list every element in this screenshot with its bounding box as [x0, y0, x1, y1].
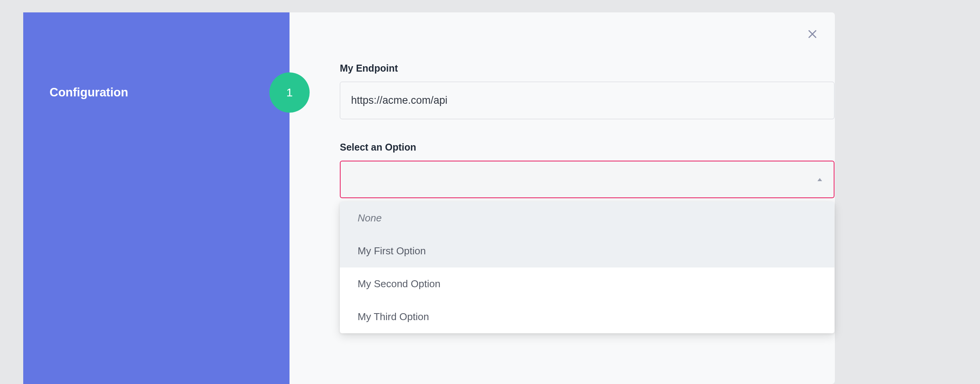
caret-up-icon — [817, 178, 823, 182]
config-modal: Configuration 1 My Endpoint Select an Op… — [23, 12, 835, 384]
svg-marker-2 — [817, 178, 822, 181]
option-group: Select an Option — [340, 142, 834, 198]
endpoint-input[interactable] — [340, 82, 834, 119]
endpoint-group: My Endpoint — [340, 63, 834, 119]
option-first[interactable]: My First Option — [340, 235, 834, 267]
option-third[interactable]: My Third Option — [340, 300, 834, 333]
close-icon — [807, 28, 818, 41]
form-area: My Endpoint Select an Option — [340, 63, 834, 221]
option-select[interactable] — [340, 161, 834, 198]
sidebar-title: Configuration — [50, 86, 128, 99]
option-dropdown: None My First Option My Second Option My… — [340, 202, 834, 333]
endpoint-label: My Endpoint — [340, 63, 834, 74]
step-badge: 1 — [269, 72, 310, 113]
close-button[interactable] — [805, 28, 819, 42]
option-second[interactable]: My Second Option — [340, 267, 834, 300]
content-area: My Endpoint Select an Option None My Fir… — [290, 12, 835, 384]
option-label: Select an Option — [340, 142, 834, 153]
sidebar: Configuration — [23, 12, 290, 384]
option-none[interactable]: None — [340, 202, 834, 235]
